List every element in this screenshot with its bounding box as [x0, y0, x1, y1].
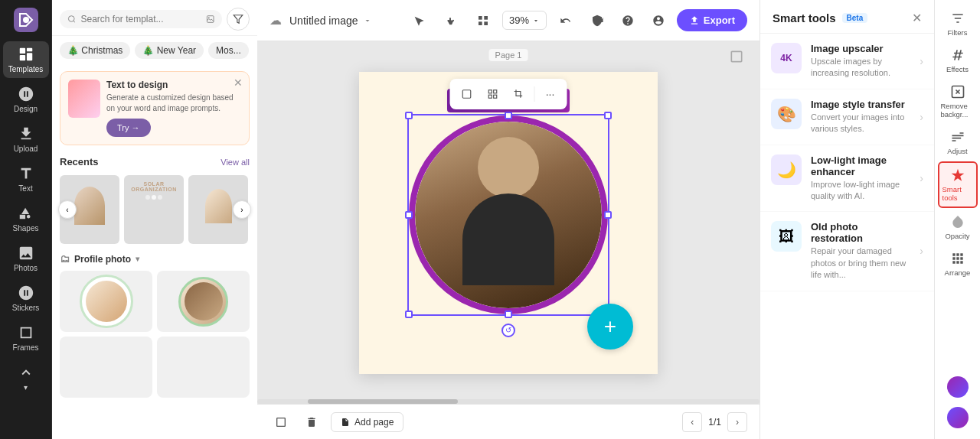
sidebar-item-templates[interactable]: Templates: [3, 41, 49, 78]
rail-item-arrange[interactable]: Arrange: [938, 246, 978, 281]
rail-item-filters[interactable]: Filters: [938, 6, 978, 41]
svg-rect-14: [494, 89, 497, 93]
rail-item-effects-label: Effects: [946, 65, 969, 73]
sidebar-item-text[interactable]: Text: [3, 161, 49, 197]
export-button[interactable]: Export: [677, 9, 747, 31]
next-page-button[interactable]: ›: [727, 412, 747, 432]
rail-item-smart-tools-label: Smart tools: [942, 185, 973, 202]
photo-restoration-icon: 🖼: [771, 221, 802, 252]
delete-page-button[interactable]: [300, 411, 323, 434]
smart-tool-style-transfer[interactable]: 🎨 Image style transfer Convert your imag…: [760, 89, 934, 145]
smart-tool-low-light[interactable]: 🌙 Low-light image enhancer Improve low-l…: [760, 145, 934, 213]
grid-ft-button[interactable]: [481, 82, 505, 106]
chevron-down-title-icon: [363, 16, 372, 25]
sidebar-item-design[interactable]: Design: [3, 81, 49, 118]
tag-new-year[interactable]: 🎄 New Year: [135, 42, 204, 59]
rotate-handle[interactable]: ↺: [501, 324, 515, 337]
sidebar-item-photos[interactable]: Photos: [3, 240, 49, 277]
add-element-button[interactable]: +: [587, 304, 633, 350]
selection-tool-ft-button[interactable]: [455, 82, 479, 106]
smart-tools-icon: [950, 167, 965, 183]
more-ft-button[interactable]: ···: [538, 82, 563, 106]
page-settings-button[interactable]: [270, 411, 292, 434]
search-input-wrap[interactable]: [60, 10, 222, 28]
toolbar-center: 39%: [406, 8, 611, 34]
tag-christmas[interactable]: 🎄 Christmas: [60, 42, 130, 59]
sidebar-item-stickers[interactable]: Stickers: [3, 280, 49, 317]
svg-point-1: [23, 17, 29, 23]
rail-item-smart-tools[interactable]: Smart tools: [938, 161, 978, 208]
profile-photo-header: 🗂 Profile photo ▾: [52, 247, 257, 268]
add-page-button[interactable]: Add page: [331, 412, 403, 432]
sidebar-item-design-label: Design: [14, 105, 38, 113]
smart-panel-close-button[interactable]: ✕: [912, 11, 922, 25]
search-input[interactable]: [80, 14, 201, 24]
cloud-icon: ☁: [270, 13, 282, 28]
zoom-level: 39%: [509, 15, 529, 26]
chevron-down-icon: ▾: [136, 255, 139, 263]
horizontal-scrollbar[interactable]: [257, 399, 760, 404]
promo-banner: Text to design Generate a customized des…: [60, 71, 250, 145]
grid-view-button[interactable]: [470, 8, 496, 34]
smart-item-text-upscaler: Image upscaler Upscale images by increas…: [811, 43, 910, 80]
ft-divider: [534, 86, 535, 102]
recents-next-button[interactable]: ›: [233, 200, 251, 219]
svg-rect-10: [479, 21, 482, 25]
promo-image: [68, 80, 100, 118]
add-page-label: Add page: [354, 417, 394, 428]
smart-panel-header-left: Smart tools Beta: [773, 11, 867, 24]
handle-top-left[interactable]: [405, 112, 413, 119]
sidebar-item-more[interactable]: ▾: [3, 359, 49, 396]
tag-more[interactable]: Mos...: [208, 42, 249, 59]
hand-tool-button[interactable]: [438, 8, 464, 34]
profile-circle[interactable]: ↺ ···: [409, 115, 608, 314]
promo-content: Text to design Generate a customized des…: [106, 80, 241, 137]
app-logo[interactable]: [12, 6, 40, 34]
sidebar-item-shapes[interactable]: Shapes: [3, 200, 49, 237]
avatar-image: [947, 376, 969, 398]
select-tool-button[interactable]: [406, 8, 432, 34]
svg-rect-5: [26, 53, 31, 60]
recent-item-2[interactable]: SOLARORGANIZATION: [124, 175, 184, 244]
filter-button[interactable]: [227, 8, 250, 31]
sidebar-item-frames-label: Frames: [13, 343, 39, 352]
sidebar-item-upload[interactable]: Upload: [3, 121, 49, 158]
profile-thumb-1[interactable]: [60, 271, 152, 332]
rail-item-effects[interactable]: Effects: [938, 43, 978, 78]
smart-item-text-lowlight: Low-light image enhancer Improve low-lig…: [811, 154, 910, 203]
prev-page-button[interactable]: ‹: [682, 412, 702, 432]
crop-ft-button[interactable]: [507, 82, 531, 106]
smart-item-text-style: Image style transfer Convert your images…: [811, 99, 910, 135]
user-avatar[interactable]: [938, 372, 978, 402]
undo-button[interactable]: [553, 8, 579, 34]
help-icon-button[interactable]: [616, 8, 640, 33]
rail-item-remove-bg[interactable]: Remove backgr...: [938, 80, 978, 123]
profile-thumb-4[interactable]: [157, 337, 250, 398]
canvas-frame[interactable]: Profit: [359, 72, 658, 374]
redo-button[interactable]: [585, 8, 611, 34]
profile-thumb-3[interactable]: [60, 337, 152, 398]
svg-rect-16: [494, 95, 497, 98]
svg-rect-9: [484, 16, 488, 20]
profile-thumb-2[interactable]: [157, 271, 250, 332]
zoom-control[interactable]: 39%: [502, 11, 547, 30]
smart-tool-photo-restoration[interactable]: 🖼 Old photo restoration Repair your dama…: [760, 212, 934, 291]
person-body: [462, 193, 554, 285]
handle-bottom-left[interactable]: [405, 311, 413, 318]
svg-rect-12: [462, 89, 471, 98]
smart-item-title-upscaler: Image upscaler: [811, 43, 910, 54]
settings-icon-button[interactable]: [646, 8, 671, 33]
tag-new-year-label: 🎄 New Year: [142, 45, 196, 56]
sidebar-item-photos-label: Photos: [14, 264, 38, 272]
svg-rect-15: [488, 95, 492, 98]
promo-try-button[interactable]: Try →: [106, 119, 151, 137]
handle-top-right[interactable]: [604, 112, 612, 119]
rail-item-opacity[interactable]: Opacity: [938, 210, 978, 245]
user-avatar2[interactable]: [938, 402, 978, 433]
promo-close-button[interactable]: ✕: [234, 76, 243, 89]
recents-prev-button[interactable]: ‹: [58, 200, 77, 219]
view-all-link[interactable]: View all: [220, 158, 250, 167]
sidebar-item-frames[interactable]: Frames: [3, 320, 49, 356]
smart-tool-image-upscaler[interactable]: 4K Image upscaler Upscale images by incr…: [760, 34, 934, 89]
rail-item-adjust[interactable]: Adjust: [938, 125, 978, 160]
